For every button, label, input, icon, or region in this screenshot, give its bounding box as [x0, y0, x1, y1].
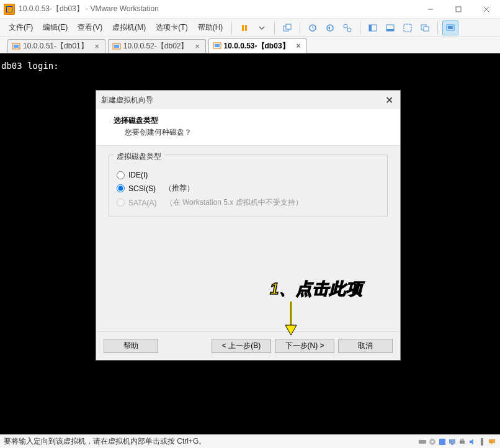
svg-rect-28 — [419, 440, 426, 444]
svg-rect-34 — [460, 441, 465, 444]
menu-edit[interactable]: 编辑(E) — [38, 20, 73, 35]
dialog-subheading: 您要创建何种磁盘？ — [125, 127, 388, 138]
svg-rect-31 — [439, 439, 445, 445]
svg-rect-16 — [386, 29, 394, 31]
window-titlebar: 10.0.0.53-【db03】 - VMware Workstation — [0, 0, 500, 19]
svg-rect-32 — [449, 439, 455, 444]
dialog-body: 虚拟磁盘类型 IDE(I) SCSI(S) （推荐） SATA(A) （在 Wo… — [96, 146, 400, 226]
svg-rect-4 — [242, 25, 244, 31]
tab-db02[interactable]: 10.0.0.52-【db02】 × — [108, 39, 206, 53]
fullscreen-button[interactable] — [400, 20, 416, 35]
svg-rect-36 — [481, 438, 483, 446]
message-icon[interactable] — [488, 437, 496, 446]
hdd-icon[interactable] — [418, 437, 427, 446]
tab-db03[interactable]: 10.0.0.53-【db03】 × — [208, 38, 307, 53]
send-cad-button[interactable] — [279, 20, 295, 35]
window-title: 10.0.0.53-【db03】 - VMware Workstation — [19, 4, 159, 14]
statusbar: 要将输入定向到该虚拟机，请在虚拟机内部单击或按 Ctrl+G。 — [0, 434, 500, 448]
pause-button[interactable] — [236, 20, 252, 35]
svg-rect-17 — [404, 24, 411, 32]
radio-ide-input[interactable] — [117, 171, 125, 179]
radio-scsi[interactable]: SCSI(S) （推荐） — [117, 183, 380, 194]
guest-view-button[interactable] — [442, 20, 458, 35]
radio-ide-label: IDE(I) — [128, 171, 148, 179]
close-button[interactable] — [472, 0, 500, 18]
minimize-button[interactable] — [416, 0, 444, 18]
app-icon — [4, 4, 15, 15]
svg-rect-27 — [215, 44, 220, 47]
vm-icon — [112, 42, 121, 51]
status-text: 要将输入定向到该虚拟机，请在虚拟机内部单击或按 Ctrl+G。 — [4, 436, 206, 447]
radio-sata-input — [117, 199, 125, 207]
console-text: db03 login: — [1, 61, 59, 71]
sidebar-toggle-button[interactable] — [365, 20, 381, 35]
snapshot-revert-button[interactable] — [322, 20, 338, 35]
device-icons — [418, 437, 496, 446]
tab-label: 10.0.0.51-【db01】 — [23, 41, 88, 52]
dialog-header: 选择磁盘类型 您要创建何种磁盘？ — [96, 109, 400, 146]
svg-rect-14 — [369, 25, 372, 31]
svg-line-12 — [347, 27, 348, 29]
svg-rect-25 — [114, 45, 119, 48]
vm-icon — [213, 42, 221, 50]
svg-rect-33 — [451, 444, 453, 445]
menubar: 文件(F) 编辑(E) 查看(V) 虚拟机(M) 选项卡(T) 帮助(H) — [0, 19, 500, 37]
dialog-heading: 选择磁盘类型 — [114, 115, 388, 126]
snapshot-manager-button[interactable] — [339, 20, 355, 35]
menu-view[interactable]: 查看(V) — [73, 20, 107, 35]
vm-icon — [12, 42, 20, 51]
svg-rect-19 — [424, 27, 429, 31]
tab-db01[interactable]: 10.0.0.51-【db01】 × — [7, 39, 105, 53]
next-button[interactable]: 下一步(N) > — [275, 339, 334, 353]
radio-scsi-hint: （推荐） — [164, 183, 194, 194]
svg-rect-1 — [456, 7, 461, 12]
radio-sata: SATA(A) （在 Workstation 5.x 虚拟机中不受支持） — [117, 197, 380, 208]
svg-rect-35 — [460, 439, 464, 441]
menu-vm[interactable]: 虚拟机(M) — [107, 20, 151, 35]
maximize-button[interactable] — [444, 0, 472, 18]
radio-ide[interactable]: IDE(I) — [117, 171, 380, 179]
svg-rect-7 — [286, 24, 291, 29]
menu-tabs[interactable]: 选项卡(T) — [151, 20, 192, 35]
disk-type-group: 虚拟磁盘类型 IDE(I) SCSI(S) （推荐） SATA(A) （在 Wo… — [109, 155, 388, 217]
back-button[interactable]: < 上一步(B) — [212, 339, 271, 353]
annotation-text: 1、点击此项 — [270, 278, 363, 300]
menu-help[interactable]: 帮助(H) — [193, 20, 228, 35]
dialog-title-text: 新建虚拟机向导 — [101, 95, 153, 105]
sound-icon[interactable] — [468, 437, 476, 446]
tab-close-button[interactable]: × — [93, 42, 101, 50]
annotation-arrow-icon — [282, 300, 300, 340]
svg-point-30 — [432, 441, 434, 442]
tabbar: 10.0.0.51-【db01】 × 10.0.0.52-【db02】 × 10… — [0, 37, 500, 53]
svg-rect-5 — [245, 25, 247, 31]
dialog-footer: 帮助 < 上一步(B) 下一步(N) > 取消 — [96, 331, 400, 360]
dropdown-button[interactable] — [254, 20, 270, 35]
dialog-titlebar: 新建虚拟机向导 ✕ — [96, 91, 400, 109]
floppy-icon[interactable] — [438, 437, 447, 446]
radio-sata-label: SATA(A) — [128, 199, 157, 207]
tab-label: 10.0.0.52-【db02】 — [123, 41, 189, 52]
cd-icon[interactable] — [428, 437, 437, 446]
tab-label: 10.0.0.53-【db03】 — [224, 41, 290, 52]
dialog-close-button[interactable]: ✕ — [383, 94, 395, 106]
network-icon[interactable] — [448, 437, 457, 446]
snapshot-button[interactable] — [305, 20, 321, 35]
group-label: 虚拟磁盘类型 — [114, 151, 164, 162]
radio-scsi-input[interactable] — [117, 184, 125, 192]
help-button[interactable]: 帮助 — [104, 339, 158, 353]
printer-icon[interactable] — [458, 437, 467, 446]
cancel-button[interactable]: 取消 — [338, 339, 393, 353]
unity-button[interactable] — [417, 20, 433, 35]
radio-sata-hint: （在 Workstation 5.x 虚拟机中不受支持） — [166, 197, 303, 208]
svg-rect-21 — [448, 26, 453, 29]
thumbnail-button[interactable] — [382, 20, 398, 35]
new-vm-wizard-dialog: 新建虚拟机向导 ✕ 选择磁盘类型 您要创建何种磁盘？ 虚拟磁盘类型 IDE(I)… — [96, 90, 401, 361]
svg-rect-23 — [14, 45, 19, 48]
menu-file[interactable]: 文件(F) — [4, 20, 38, 35]
tab-close-button[interactable]: × — [295, 42, 303, 50]
radio-scsi-label: SCSI(S) — [128, 184, 156, 193]
usb-icon[interactable] — [478, 437, 486, 446]
tab-close-button[interactable]: × — [194, 42, 202, 50]
